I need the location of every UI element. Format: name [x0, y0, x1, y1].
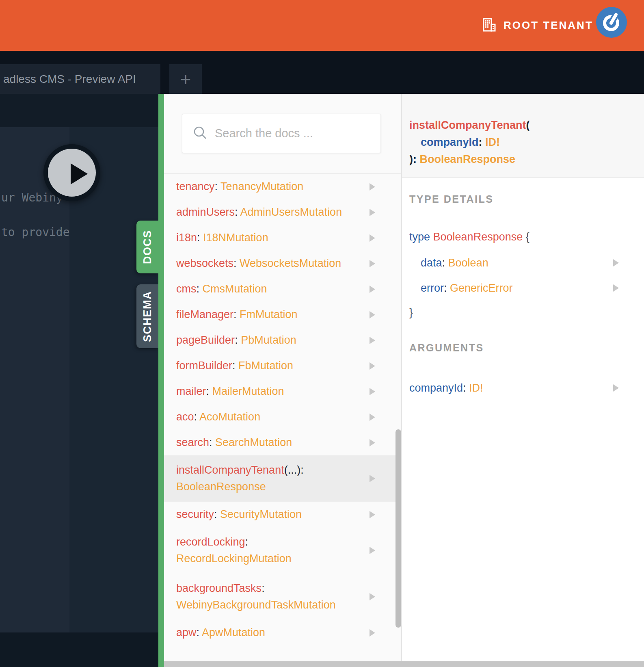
type-name-link[interactable]: BooleanResponse — [433, 231, 523, 243]
field-separator: : — [194, 411, 200, 423]
search-input[interactable] — [215, 127, 377, 140]
docs-list-item[interactable]: search: SearchMutation — [164, 430, 401, 455]
chevron-right-icon — [370, 234, 375, 242]
colon: : — [463, 382, 469, 394]
field-name: formBuilder — [176, 359, 232, 372]
vertical-scrollbar-thumb[interactable] — [395, 429, 401, 628]
field-separator: : — [209, 436, 215, 448]
docs-list-item[interactable]: security: SecurityMutation — [164, 502, 401, 527]
field-type: FmMutation — [240, 308, 298, 321]
query-editor-pane[interactable]: ur Webinyto provide — [0, 127, 69, 632]
docs-list-item[interactable]: backgroundTasks: WebinyBackgroundTaskMut… — [164, 574, 401, 620]
type-field-row[interactable]: data: Boolean — [409, 250, 644, 275]
plus-icon: + — [180, 68, 191, 90]
field-type: SearchMutation — [215, 436, 292, 448]
docs-list-item[interactable]: fileManager: FmMutation — [164, 302, 401, 327]
field-type: Boolean — [448, 257, 488, 269]
field-separator: : — [235, 206, 240, 218]
field-separator: : — [233, 257, 240, 269]
field-type: GenericError — [450, 282, 513, 294]
field-type: FbMutation — [238, 359, 293, 372]
field-name: security — [176, 508, 214, 520]
field-type: RecordLockingMutation — [176, 550, 357, 567]
chevron-right-icon — [370, 439, 375, 446]
editor-comment-line: to provide — [1, 225, 70, 239]
docs-list-item[interactable]: recordLocking: RecordLockingMutation — [164, 527, 401, 574]
field-separator: : — [235, 334, 241, 346]
search-box[interactable] — [182, 114, 381, 153]
docs-list-item[interactable]: formBuilder: FbMutation — [164, 353, 401, 379]
tab-headless-cms-preview-api[interactable]: adless CMS - Preview API — [0, 64, 160, 94]
docs-tab-label: DOCS — [141, 230, 154, 264]
chevron-right-icon — [370, 388, 375, 395]
field-separator: : — [214, 508, 220, 520]
docs-list-item[interactable]: tenancy: TenancyMutation — [164, 174, 401, 199]
field-name: installCompanyTenant — [176, 464, 284, 476]
tab-schema[interactable]: SCHEMA — [136, 284, 158, 348]
field-separator: : — [197, 232, 203, 244]
field-separator: : — [206, 385, 212, 397]
response-pane — [69, 127, 158, 632]
field-type: CmsMutation — [203, 283, 267, 295]
detail-body: TYPE DETAILS type BooleanResponse { data… — [402, 178, 644, 401]
chevron-right-icon — [370, 629, 375, 637]
field-name: aco — [176, 411, 194, 423]
field-name: apw — [176, 626, 197, 639]
docs-list-item[interactable]: pageBuilder: PbMutation — [164, 327, 401, 353]
chevron-right-icon — [370, 475, 375, 482]
docs-list-item[interactable]: apw: ApwMutation — [164, 620, 401, 645]
type-declaration: type BooleanResponse { — [409, 228, 644, 245]
type-field-row[interactable]: error: GenericError — [409, 275, 644, 301]
chevron-right-icon — [370, 593, 375, 600]
field-type: PbMutation — [241, 334, 296, 346]
docs-list-item[interactable]: adminUsers: AdminUsersMutation — [164, 199, 401, 225]
field-type: ID! — [469, 382, 483, 394]
field-separator: : — [245, 536, 251, 548]
field-type: TenancyMutation — [220, 180, 303, 193]
schema-tab-label: SCHEMA — [141, 290, 154, 342]
type-details-heading: TYPE DETAILS — [409, 193, 644, 206]
field-name: data — [421, 257, 442, 269]
field-type: MailerMutation — [212, 385, 284, 397]
colon: : — [442, 257, 448, 269]
docs-list-item[interactable]: aco: AcoMutation — [164, 404, 401, 430]
new-tab-button[interactable]: + — [169, 64, 202, 94]
chevron-right-icon — [370, 209, 375, 216]
tab-docs[interactable]: DOCS — [136, 221, 158, 273]
field-name: websockets — [176, 257, 233, 269]
field-name: search — [176, 436, 209, 448]
editor-bottom-bar — [0, 632, 158, 667]
user-avatar[interactable] — [596, 7, 627, 38]
horizontal-scrollbar[interactable] — [164, 661, 644, 667]
field-name: mailer — [176, 385, 206, 397]
docs-explorer-panel: tenancy: TenancyMutation adminUsers: Adm… — [164, 94, 401, 667]
docs-list-item[interactable]: cms: CmsMutation — [164, 276, 401, 302]
field-name: fileManager — [176, 308, 233, 321]
docs-list-item[interactable]: mailer: MailerMutation — [164, 379, 401, 404]
type-brace-close: } — [409, 304, 644, 321]
tenant-label: ROOT TENANT — [504, 19, 593, 32]
chevron-right-icon — [370, 362, 375, 370]
docs-list-item[interactable]: i18n: I18NMutation — [164, 225, 401, 251]
chevron-right-icon — [370, 183, 375, 191]
chevron-right-icon — [613, 259, 619, 266]
field-name: backgroundTasks — [176, 582, 261, 594]
field-type: AcoMutation — [199, 411, 260, 423]
field-separator: : — [232, 359, 238, 372]
field-type: I18NMutation — [203, 232, 268, 244]
docs-list-item[interactable]: installCompanyTenant(...): BooleanRespon… — [164, 455, 401, 502]
chevron-right-icon — [613, 384, 619, 392]
field-name: companyId — [409, 382, 463, 394]
signature-line-1: installCompanyTenant( — [409, 117, 644, 134]
field-separator: : — [197, 283, 203, 295]
signature-line-2: companyId: ID! — [409, 134, 644, 151]
tenant-selector[interactable]: ROOT TENANT — [482, 0, 593, 51]
docs-list-item[interactable]: websockets: WebsocketsMutation — [164, 251, 401, 276]
docs-list: tenancy: TenancyMutation adminUsers: Adm… — [164, 174, 401, 645]
field-name: cms — [176, 283, 197, 295]
field-type: AdminUsersMutation — [240, 206, 342, 218]
field-separator: (...): — [284, 464, 307, 476]
type-field-row[interactable]: companyId: ID! — [409, 375, 644, 401]
execute-query-button[interactable] — [43, 144, 100, 201]
chevron-right-icon — [370, 311, 375, 318]
